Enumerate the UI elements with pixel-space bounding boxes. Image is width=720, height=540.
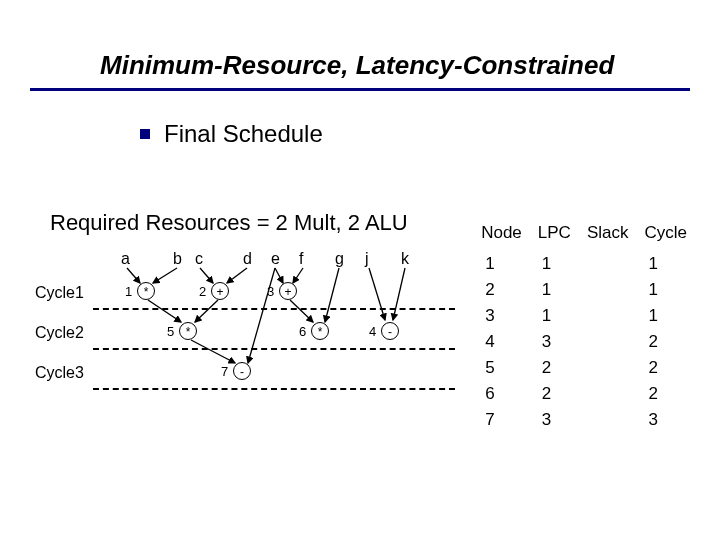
op-node-num: 3 (267, 284, 274, 299)
cell: 1 (473, 251, 530, 277)
var-label: f (299, 250, 303, 268)
op-node-num: 7 (221, 364, 228, 379)
cell: 2 (530, 381, 579, 407)
cell: 3 (636, 407, 695, 433)
op-node: - (381, 322, 399, 340)
op-node-num: 1 (125, 284, 132, 299)
cycle-label: Cycle2 (35, 324, 90, 342)
svg-line-6 (369, 268, 385, 320)
svg-line-0 (127, 268, 140, 283)
op-node: + (279, 282, 297, 300)
table-row: 2 1 1 (473, 277, 695, 303)
table-row: 1 1 1 (473, 251, 695, 277)
cell: 5 (473, 355, 530, 381)
subtitle-text: Final Schedule (164, 120, 323, 148)
cell (579, 251, 637, 277)
table-row: 7 3 3 (473, 407, 695, 433)
var-label: e (271, 250, 280, 268)
cycle-label: Cycle3 (35, 364, 90, 382)
svg-line-1 (153, 268, 177, 283)
var-label: c (195, 250, 203, 268)
op-node: + (211, 282, 229, 300)
cell (579, 381, 637, 407)
cell: 4 (473, 329, 530, 355)
cell: 2 (636, 355, 695, 381)
table-row: 4 3 2 (473, 329, 695, 355)
op-node-num: 6 (299, 324, 306, 339)
cell (579, 355, 637, 381)
svg-line-2 (200, 268, 213, 283)
title-underline (30, 88, 690, 91)
diagram-arrows (35, 250, 455, 440)
cell: 1 (636, 303, 695, 329)
table-header: Cycle (636, 220, 695, 251)
required-resources-line: Required Resources = 2 Mult, 2 ALU (50, 210, 408, 236)
cycle-label: Cycle1 (35, 284, 90, 302)
svg-line-4 (275, 268, 283, 283)
table-row: 6 2 2 (473, 381, 695, 407)
cell: 3 (473, 303, 530, 329)
cell: 2 (636, 329, 695, 355)
slide-title: Minimum-Resource, Latency-Constrained (100, 50, 614, 81)
cell (579, 407, 637, 433)
cell: 1 (530, 303, 579, 329)
cell: 2 (473, 277, 530, 303)
svg-line-5 (293, 268, 303, 283)
bullet-square-icon (140, 129, 150, 139)
svg-line-8 (148, 300, 181, 322)
cell: 2 (530, 355, 579, 381)
op-node: * (311, 322, 329, 340)
var-label: g (335, 250, 344, 268)
cycle-divider (93, 348, 455, 350)
cell (579, 303, 637, 329)
cell: 1 (636, 277, 695, 303)
table-row: 3 1 1 (473, 303, 695, 329)
cell: 1 (530, 251, 579, 277)
svg-line-3 (227, 268, 247, 283)
cell (579, 277, 637, 303)
var-label: k (401, 250, 409, 268)
cycle-divider (93, 388, 455, 390)
op-node-num: 4 (369, 324, 376, 339)
table-header: Slack (579, 220, 637, 251)
var-label: a (121, 250, 130, 268)
cell: 7 (473, 407, 530, 433)
svg-line-7 (393, 268, 405, 320)
cell: 1 (530, 277, 579, 303)
cycle-divider (93, 308, 455, 310)
op-node-num: 5 (167, 324, 174, 339)
table-header: Node (473, 220, 530, 251)
cell: 6 (473, 381, 530, 407)
cell: 1 (636, 251, 695, 277)
var-label: j (365, 250, 369, 268)
svg-line-9 (195, 300, 218, 322)
var-label: b (173, 250, 182, 268)
cell (579, 329, 637, 355)
table-row: 5 2 2 (473, 355, 695, 381)
cell: 3 (530, 329, 579, 355)
subtitle-row: Final Schedule (140, 120, 323, 148)
table-header: LPC (530, 220, 579, 251)
svg-line-11 (325, 268, 339, 322)
schedule-diagram: a b c d e f g j k Cycle1 Cycle2 Cycle3 (35, 250, 455, 440)
cell: 3 (530, 407, 579, 433)
schedule-table: Node LPC Slack Cycle 1 1 1 2 1 1 (473, 220, 695, 433)
op-node-num: 2 (199, 284, 206, 299)
op-node: - (233, 362, 251, 380)
svg-line-12 (191, 340, 235, 363)
cell: 2 (636, 381, 695, 407)
op-node: * (179, 322, 197, 340)
var-label: d (243, 250, 252, 268)
svg-line-10 (290, 300, 313, 322)
op-node: * (137, 282, 155, 300)
